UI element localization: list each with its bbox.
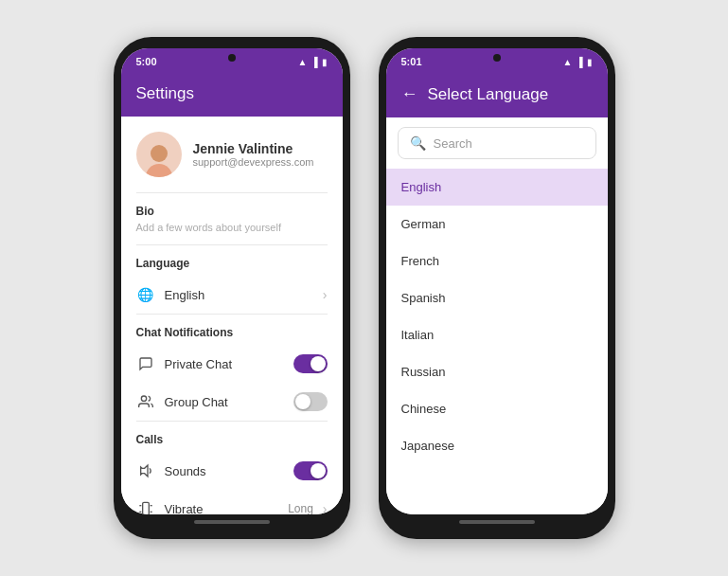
profile-name: Jennie Valintine xyxy=(193,141,314,156)
sounds-text: Sounds xyxy=(165,464,284,478)
sounds-toggle-knob xyxy=(311,463,326,478)
language-chevron-icon: › xyxy=(323,287,328,302)
language-value: English xyxy=(165,288,313,302)
wifi-icon: ▲ xyxy=(298,57,308,67)
globe-icon: 🌐 xyxy=(136,285,155,304)
camera-dot-2 xyxy=(493,54,501,62)
private-chat-toggle[interactable] xyxy=(293,354,328,373)
language-item[interactable]: English xyxy=(386,169,608,206)
private-chat-row[interactable]: Private Chat xyxy=(121,345,343,383)
profile-section[interactable]: Jennie Valintine support@devexpress.com xyxy=(121,117,343,192)
group-chat-toggle-knob xyxy=(295,394,311,409)
avatar xyxy=(136,132,182,177)
calls-section-label: Calls xyxy=(121,422,343,452)
signal-icon-2: ▐ xyxy=(576,57,582,67)
language-item[interactable]: German xyxy=(386,206,608,243)
private-chat-icon xyxy=(136,354,155,373)
language-section-label: Language xyxy=(121,245,343,276)
settings-header: Settings xyxy=(121,75,343,117)
status-time-2: 5:01 xyxy=(401,56,422,67)
bio-hint: Add a few words about yourself xyxy=(136,222,328,233)
vibrate-text: Vibrate xyxy=(165,502,279,515)
status-icons-1: ▲ ▐ ▮ xyxy=(298,57,328,67)
home-indicator-1 xyxy=(194,520,270,524)
language-item[interactable]: French xyxy=(386,243,608,279)
svg-point-0 xyxy=(141,396,146,401)
battery-icon: ▮ xyxy=(322,57,328,67)
back-button[interactable]: ← xyxy=(401,84,418,104)
vibrate-row[interactable]: Vibrate Long › xyxy=(121,490,343,514)
status-bar-1: 5:00 ▲ ▐ ▮ xyxy=(121,48,343,75)
signal-icon: ▐ xyxy=(311,57,317,67)
profile-info: Jennie Valintine support@devexpress.com xyxy=(193,141,314,168)
home-indicator-2 xyxy=(459,520,535,524)
language-phone: 5:01 ▲ ▐ ▮ ← Select Language 🔍 Search En… xyxy=(379,37,615,539)
camera-dot xyxy=(228,54,236,62)
wifi-icon-2: ▲ xyxy=(563,57,573,67)
settings-scroll[interactable]: Jennie Valintine support@devexpress.com … xyxy=(121,117,343,514)
group-chat-toggle[interactable] xyxy=(293,392,328,411)
bio-section: Bio Add a few words about yourself xyxy=(121,193,343,244)
private-chat-text: Private Chat xyxy=(165,357,284,371)
status-icons-2: ▲ ▐ ▮ xyxy=(563,57,593,67)
search-bar[interactable]: 🔍 Search xyxy=(398,127,596,159)
settings-title: Settings xyxy=(136,84,194,103)
vibrate-value: Long xyxy=(288,502,313,514)
sounds-toggle[interactable] xyxy=(293,461,328,480)
language-scroll[interactable]: 🔍 Search EnglishGermanFrenchSpanishItali… xyxy=(386,117,608,514)
search-icon: 🔍 xyxy=(410,135,426,151)
battery-icon-2: ▮ xyxy=(587,57,593,67)
svg-rect-1 xyxy=(142,502,149,514)
vibrate-icon xyxy=(136,499,155,514)
private-chat-toggle-knob xyxy=(311,356,326,371)
sounds-icon xyxy=(136,461,155,480)
sounds-row[interactable]: Sounds xyxy=(121,452,343,490)
chat-notifications-label: Chat Notifications xyxy=(121,315,343,345)
group-chat-text: Group Chat xyxy=(165,395,284,409)
vibrate-chevron-icon: › xyxy=(323,501,328,514)
bio-label: Bio xyxy=(136,205,328,218)
profile-email: support@devexpress.com xyxy=(193,156,314,168)
status-bar-2: 5:01 ▲ ▐ ▮ xyxy=(386,48,608,75)
group-chat-row[interactable]: Group Chat xyxy=(121,383,343,421)
language-header: ← Select Language xyxy=(386,75,608,117)
language-header-title: Select Language xyxy=(428,85,549,104)
language-item[interactable]: Spanish xyxy=(386,279,608,316)
language-item[interactable]: Russian xyxy=(386,353,608,390)
avatar-head xyxy=(151,145,168,162)
group-chat-icon xyxy=(136,392,155,411)
search-input[interactable]: Search xyxy=(434,136,584,151)
language-item[interactable]: Japanese xyxy=(386,427,608,464)
language-item[interactable]: Chinese xyxy=(386,390,608,427)
status-time-1: 5:00 xyxy=(136,56,157,67)
settings-phone: 5:00 ▲ ▐ ▮ Settings Jennie Valintine xyxy=(114,37,350,539)
language-list: EnglishGermanFrenchSpanishItalianRussian… xyxy=(386,169,608,464)
language-item[interactable]: Italian xyxy=(386,316,608,353)
avatar-body xyxy=(146,164,172,177)
language-row[interactable]: 🌐 English › xyxy=(121,276,343,314)
